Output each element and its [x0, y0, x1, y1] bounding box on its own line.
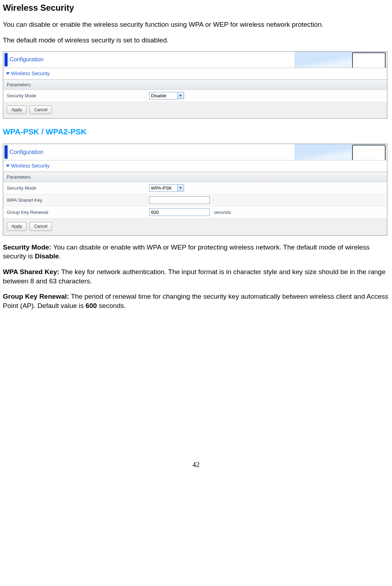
panel-titlebar: Configuration — [3, 144, 387, 160]
group-key-renewal-label: Group Key Renewal — [3, 206, 146, 219]
security-mode-description: Security Mode: You can disable or enable… — [3, 243, 389, 261]
form-button-row: Apply Cancel — [3, 219, 387, 235]
parameters-header: Parameters — [3, 79, 387, 90]
table-row: Security Mode — [3, 90, 387, 102]
section-header-wireless-security[interactable]: Wireless Security — [3, 68, 387, 79]
security-mode-cell — [146, 90, 387, 102]
chevron-down-icon[interactable] — [178, 92, 184, 99]
intro-paragraph-2: The default mode of wireless security is… — [3, 36, 389, 45]
section-header-wireless-security[interactable]: Wireless Security — [3, 160, 387, 172]
cancel-button[interactable]: Cancel — [30, 222, 52, 231]
default-value-600: 600 — [85, 302, 97, 309]
security-mode-cell — [146, 182, 387, 194]
chevron-down-icon — [6, 72, 10, 75]
config-panel-wpa: Configuration Wireless Security Paramete… — [3, 144, 387, 236]
wpa-shared-key-term: WPA Shared Key: — [3, 268, 61, 276]
parameters-header: Parameters — [3, 172, 387, 183]
chevron-down-icon[interactable] — [178, 184, 184, 191]
section-title: Wireless Security — [11, 70, 49, 77]
panel-titlebar: Configuration — [3, 52, 387, 68]
security-mode-label: Security Mode — [3, 182, 146, 194]
parameters-table: Security Mode WPA Shared Key Group Key R… — [3, 182, 387, 219]
security-mode-select[interactable] — [149, 92, 178, 99]
group-key-renewal-description: Group Key Renewal: The period of renewal… — [3, 292, 389, 310]
group-key-renewal-cell: seconds — [146, 206, 387, 219]
security-mode-label: Security Mode — [3, 90, 146, 102]
section-title: Wireless Security — [11, 163, 49, 169]
title-accent-bar — [5, 145, 7, 159]
group-key-text-2: seconds. — [97, 302, 126, 309]
table-row: WPA Shared Key — [3, 194, 387, 206]
wpa-shared-key-input[interactable] — [149, 196, 210, 204]
subsection-heading-wpa-psk: WPA-PSK / WPA2-PSK — [3, 127, 389, 137]
panel-title: Configuration — [10, 52, 43, 68]
cancel-button[interactable]: Cancel — [30, 106, 52, 114]
apply-button[interactable]: Apply — [7, 222, 27, 231]
panel-title: Configuration — [10, 144, 43, 160]
decorative-laptop-art — [294, 144, 387, 160]
page-number: 42 — [3, 460, 389, 469]
config-panel-disable: Configuration Wireless Security Paramete… — [3, 51, 387, 119]
group-key-renewal-term: Group Key Renewal: — [3, 293, 71, 300]
security-mode-term: Security Mode: — [3, 243, 53, 251]
tail-period: . — [59, 252, 61, 260]
wpa-shared-key-description: WPA Shared Key: The key for network auth… — [3, 267, 389, 286]
group-key-renewal-input[interactable] — [149, 209, 210, 216]
table-row: Security Mode — [3, 182, 387, 194]
wpa-shared-key-label: WPA Shared Key — [3, 194, 146, 206]
security-mode-select[interactable] — [149, 184, 178, 192]
intro-paragraph-1: You can disable or enable the wireless s… — [3, 20, 389, 29]
title-accent-bar — [5, 53, 7, 66]
group-key-unit-label: seconds — [214, 210, 231, 215]
default-value-disable: Disable — [35, 252, 59, 260]
form-button-row: Apply Cancel — [3, 102, 387, 118]
wpa-shared-key-cell — [146, 194, 387, 206]
parameters-table: Security Mode — [3, 90, 387, 102]
apply-button[interactable]: Apply — [7, 106, 27, 114]
table-row: Group Key Renewal seconds — [3, 206, 387, 219]
page-title: Wireless Security — [3, 2, 389, 14]
chevron-down-icon — [6, 165, 10, 167]
decorative-laptop-art — [294, 52, 387, 68]
